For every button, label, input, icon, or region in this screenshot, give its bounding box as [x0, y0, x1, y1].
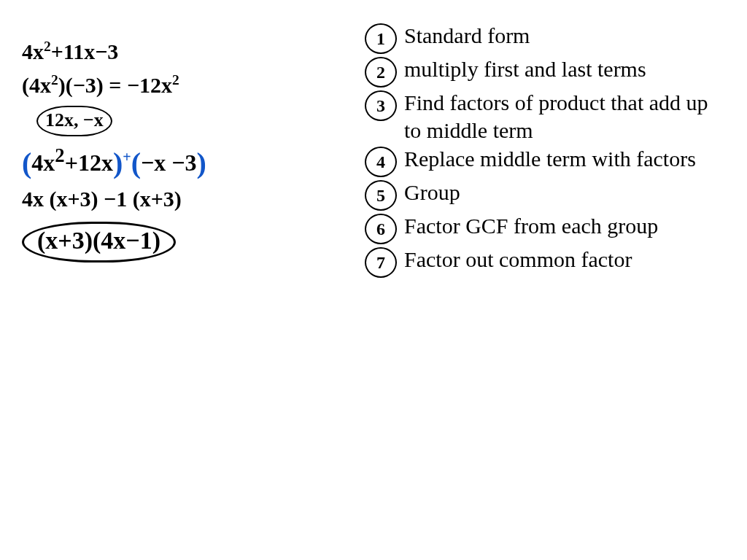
- text: 4x: [22, 39, 44, 63]
- factor-pair: 12x, −x: [36, 104, 343, 136]
- step-number: 6: [365, 214, 397, 244]
- step-text: Standard form: [404, 22, 530, 50]
- step-number: 3: [365, 90, 397, 121]
- step-row: 4 Replace middle term with factors: [365, 145, 729, 177]
- step-row: 5 Group: [365, 179, 729, 211]
- step-number: 4: [365, 147, 397, 177]
- text: +11x−3: [51, 39, 119, 63]
- step-row: 7 Factor out common factor: [365, 246, 729, 278]
- step-row: 1 Standard form: [365, 22, 729, 54]
- text: 4x (x+3) −1 (x+3): [22, 187, 182, 211]
- text: +12x: [65, 149, 113, 176]
- step-number: 7: [365, 247, 397, 278]
- expression-grouped: 4x (x+3) −1 (x+3): [22, 184, 343, 214]
- circled-answer: (x+3)(4x−1): [22, 222, 176, 262]
- step-number: 2: [365, 57, 397, 88]
- step-text: Factor GCF from each group: [404, 212, 658, 240]
- paren-icon: ): [113, 147, 123, 179]
- circled-factors: 12x, −x: [36, 106, 112, 136]
- text: (4x: [22, 73, 51, 97]
- step-text: multiply first and last terms: [404, 55, 646, 83]
- expression-split: (4x2+12x)+(−x −3): [22, 144, 343, 178]
- steps-list: 1 Standard form 2 multiply first and las…: [365, 22, 729, 279]
- text: −x −3: [141, 149, 196, 176]
- step-number: 1: [365, 23, 397, 54]
- expression-product: (4x2)(−3) = −12x2: [22, 70, 343, 101]
- step-text: Replace middle term with factors: [404, 145, 696, 173]
- step-text: Group: [404, 179, 460, 206]
- expression-original: 4x2+11x−3: [22, 36, 343, 67]
- step-text: Factor out common factor: [404, 246, 632, 273]
- step-row: 3 Find factors of product that add up to…: [365, 89, 729, 144]
- step-number: 5: [365, 180, 397, 211]
- final-answer: (x+3)(4x−1): [22, 217, 343, 262]
- step-row: 6 Factor GCF from each group: [365, 212, 729, 244]
- paren-icon: ): [196, 147, 206, 179]
- handwritten-notes-page: 4x2+11x−3 (4x2)(−3) = −12x2 12x, −x (4x2…: [0, 0, 747, 560]
- text: 4x: [31, 149, 55, 176]
- paren-icon: (: [131, 147, 141, 179]
- text: )(−3) = −12x: [58, 73, 172, 97]
- plus-mark-icon: +: [123, 149, 131, 165]
- step-text: Find factors of product that add up to m…: [404, 89, 725, 144]
- paren-icon: (: [22, 147, 31, 179]
- worked-example: 4x2+11x−3 (4x2)(−3) = −12x2 12x, −x (4x2…: [22, 36, 343, 262]
- step-row: 2 multiply first and last terms: [365, 55, 729, 88]
